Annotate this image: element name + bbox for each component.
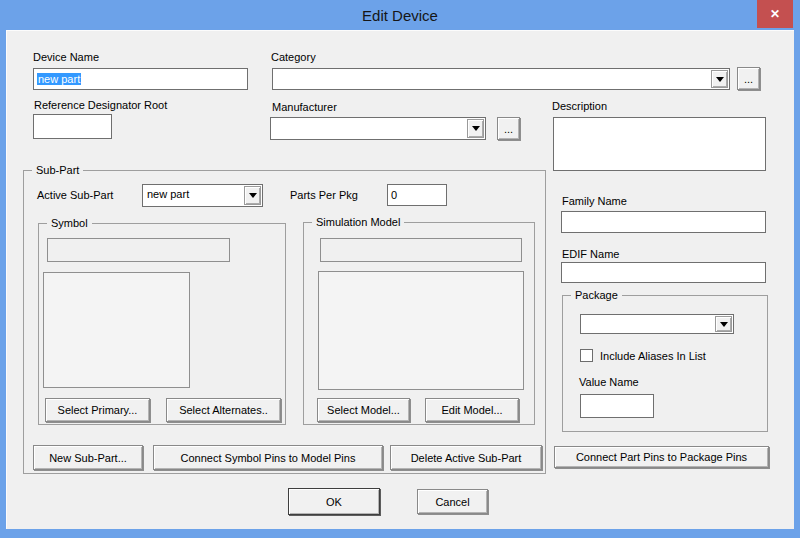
edif-name-label: EDIF Name xyxy=(562,248,619,261)
category-label: Category xyxy=(271,51,316,64)
symbol-group-label: Symbol xyxy=(47,217,92,230)
symbol-preview xyxy=(43,272,190,388)
manufacturer-dropdown[interactable] xyxy=(270,117,486,140)
manufacturer-dropdown-button[interactable] xyxy=(467,119,484,138)
active-sub-part-label: Active Sub-Part xyxy=(37,189,113,202)
package-group-label: Package xyxy=(571,289,622,302)
sub-part-group-label: Sub-Part xyxy=(32,164,83,177)
edit-device-dialog: Edit Device ✕ Device Name new part Categ… xyxy=(0,0,800,538)
edit-model-button[interactable]: Edit Model... xyxy=(425,398,519,422)
category-dropdown-button[interactable] xyxy=(711,70,728,88)
family-name-input[interactable] xyxy=(561,211,766,233)
close-button[interactable]: ✕ xyxy=(757,0,793,28)
description-label: Description xyxy=(552,100,607,113)
include-aliases-checkbox[interactable] xyxy=(580,349,593,362)
description-textarea[interactable] xyxy=(553,117,766,171)
chevron-down-icon xyxy=(249,193,257,198)
reference-designator-root-label: Reference Designator Root xyxy=(34,99,167,112)
select-primary-button[interactable]: Select Primary... xyxy=(45,398,150,422)
reference-designator-root-input[interactable] xyxy=(33,114,112,139)
simulation-model-preview xyxy=(318,271,524,390)
device-name-label: Device Name xyxy=(33,51,99,64)
family-name-label: Family Name xyxy=(562,195,627,208)
package-dropdown-button[interactable] xyxy=(715,316,732,332)
chevron-down-icon xyxy=(720,322,728,327)
connect-part-pins-button[interactable]: Connect Part Pins to Package Pins xyxy=(554,446,769,468)
chevron-down-icon xyxy=(472,126,480,131)
active-sub-part-dropdown[interactable]: new part xyxy=(142,184,263,207)
new-sub-part-button[interactable]: New Sub-Part... xyxy=(33,445,143,470)
device-name-input[interactable]: new part xyxy=(33,68,248,90)
connect-symbol-pins-button[interactable]: Connect Symbol Pins to Model Pins xyxy=(153,445,383,470)
simulation-model-name-field xyxy=(320,238,522,262)
ok-button[interactable]: OK xyxy=(288,488,380,515)
select-model-button[interactable]: Select Model... xyxy=(317,398,410,422)
parts-per-pkg-label: Parts Per Pkg xyxy=(290,189,358,202)
dialog-title: Edit Device xyxy=(362,7,438,24)
value-name-label: Value Name xyxy=(579,376,639,389)
simulation-model-group-label: Simulation Model xyxy=(312,216,404,229)
cancel-button[interactable]: Cancel xyxy=(417,489,488,514)
parts-per-pkg-input[interactable]: 0 xyxy=(387,184,447,206)
category-browse-button[interactable]: ... xyxy=(737,67,760,90)
edif-name-input[interactable] xyxy=(561,262,766,283)
manufacturer-browse-button[interactable]: ... xyxy=(497,117,520,140)
chevron-down-icon xyxy=(716,77,724,82)
symbol-name-field xyxy=(47,238,230,262)
select-alternates-button[interactable]: Select Alternates.. xyxy=(166,398,281,422)
value-name-input[interactable] xyxy=(580,394,654,418)
delete-active-sub-part-button[interactable]: Delete Active Sub-Part xyxy=(390,445,542,470)
include-aliases-label: Include Aliases In List xyxy=(600,350,706,363)
device-name-value: new part xyxy=(37,73,81,85)
active-sub-part-value: new part xyxy=(147,188,240,200)
category-dropdown[interactable] xyxy=(272,68,730,90)
title-bar: Edit Device xyxy=(0,0,800,30)
manufacturer-label: Manufacturer xyxy=(272,101,337,114)
close-icon: ✕ xyxy=(770,7,780,21)
package-dropdown[interactable] xyxy=(580,314,734,334)
active-sub-part-dropdown-button[interactable] xyxy=(244,186,261,205)
